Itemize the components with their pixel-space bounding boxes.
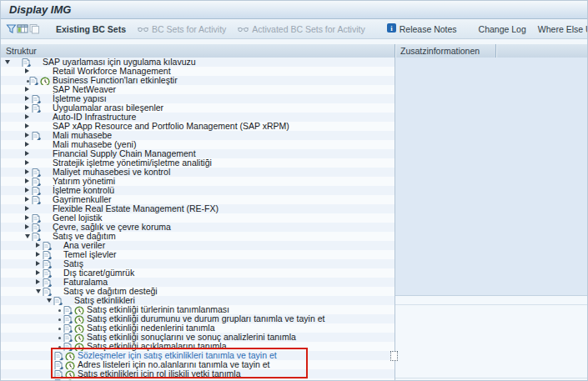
info-icon: i [387, 23, 396, 34]
img-doc-icon[interactable] [53, 295, 63, 305]
expand-icon[interactable] [25, 169, 29, 174]
expand-icon[interactable] [25, 224, 29, 229]
collapse-icon[interactable] [36, 289, 41, 293]
img-doc-icon[interactable] [32, 130, 42, 140]
column-header-zusatzinformationen: Zusatzinformationen [400, 46, 480, 56]
expand-icon[interactable] [25, 151, 29, 156]
bc-sets-for-activity-button[interactable]: BC Sets for Activity [132, 21, 232, 38]
img-doc-icon[interactable] [32, 231, 42, 241]
img-doc-icon[interactable] [32, 194, 42, 204]
zusatzinformationen-panel [395, 58, 587, 380]
expand-icon[interactable] [25, 133, 29, 138]
img-doc-icon[interactable] [32, 103, 42, 113]
column-header-struktur: Struktur [6, 46, 37, 56]
button-label: Existing BC Sets [56, 24, 126, 34]
panel-row-line [395, 304, 587, 305]
leaf-dot-icon [58, 337, 61, 339]
activated-bc-sets-for-activity-button[interactable]: Activated BC Sets for Activity [232, 21, 370, 38]
expand-icon[interactable] [25, 68, 29, 73]
release-notes-button[interactable]: i Release Notes [381, 21, 463, 38]
expand-icon[interactable] [25, 215, 29, 220]
expand-icon[interactable] [25, 105, 29, 110]
panel-row-line [395, 378, 587, 378]
img-doc-icon[interactable] [54, 378, 64, 380]
expand-icon[interactable] [36, 279, 40, 284]
leaf-dot-icon [58, 309, 61, 312]
title-bar: Display IMG [1, 1, 587, 19]
img-tree: SAP uyarlaması için uygulama kılavuzuRet… [1, 58, 395, 380]
tree-node-label: Satış etkinlikleri için rol ilişkili yet… [78, 369, 240, 378]
expand-icon[interactable] [36, 252, 40, 257]
glasses-icon [138, 24, 148, 34]
panel-upper-band [395, 58, 587, 296]
img-doc-icon[interactable] [22, 58, 32, 67]
collapse-icon[interactable] [47, 298, 52, 303]
button-label: Change Log [479, 24, 526, 34]
tree-row[interactable]: Dış ticaret/gümrük [1, 268, 395, 278]
img-doc-icon[interactable] [43, 286, 53, 296]
leaf-dot-icon [58, 328, 61, 330]
expand-icon[interactable] [25, 178, 29, 183]
column-divider[interactable] [495, 44, 496, 58]
existing-bc-sets-button[interactable]: Existing BC Sets [50, 21, 132, 38]
tree-column-header: Struktur Zusatzinformationen [1, 44, 587, 58]
expand-icon[interactable] [36, 261, 40, 266]
expand-icon[interactable] [36, 243, 40, 248]
button-label: Where Else Used [538, 24, 588, 34]
column-divider[interactable] [395, 44, 395, 58]
focus-cell-marker [390, 351, 398, 361]
tree-row[interactable] [1, 378, 395, 380]
filter-icon[interactable] [6, 22, 17, 37]
img-doc-icon[interactable] [29, 75, 39, 85]
expand-icon[interactable] [25, 188, 29, 193]
sap-img-window: Display IMG Existing BC Sets BC Sets for… [0, 0, 588, 381]
tree-row[interactable]: Satış [1, 259, 395, 268]
collapse-icon[interactable] [5, 60, 10, 64]
expand-icon[interactable] [25, 206, 29, 211]
execute-activity-icon[interactable] [65, 378, 75, 380]
expand-icon[interactable] [25, 87, 29, 92]
table-view-icon[interactable] [17, 22, 28, 37]
expand-icon[interactable] [25, 123, 29, 128]
button-label: BC Sets for Activity [152, 24, 226, 34]
button-label: Release Notes [400, 24, 457, 34]
expand-icon[interactable] [25, 96, 29, 101]
glasses-icon [238, 24, 249, 34]
collapse-icon[interactable] [25, 234, 30, 238]
where-else-used-button[interactable]: Where Else Used [532, 21, 588, 38]
expand-icon[interactable] [25, 114, 29, 119]
leaf-dot-icon [58, 346, 61, 348]
tree-row[interactable]: Satış ve dağıtım [1, 232, 395, 241]
expand-icon[interactable] [25, 160, 29, 165]
tree-row[interactable]: Ana veriler [1, 241, 395, 250]
button-label: Activated BC Sets for Activity [252, 24, 364, 34]
application-toolbar: Existing BC Sets BC Sets for Activity Ac… [1, 19, 587, 39]
execute-activity-icon[interactable] [40, 75, 50, 85]
page-title: Display IMG [9, 3, 71, 16]
change-log-button[interactable]: Change Log [473, 21, 532, 38]
expand-icon[interactable] [25, 142, 29, 147]
copy-icon[interactable] [28, 22, 40, 37]
expand-icon[interactable] [36, 270, 40, 275]
tree-row[interactable]: Faturalama [1, 278, 395, 287]
tree-row[interactable]: Temel işlevler [1, 250, 395, 259]
expand-icon[interactable] [25, 197, 29, 202]
leaf-dot-icon [58, 318, 61, 321]
